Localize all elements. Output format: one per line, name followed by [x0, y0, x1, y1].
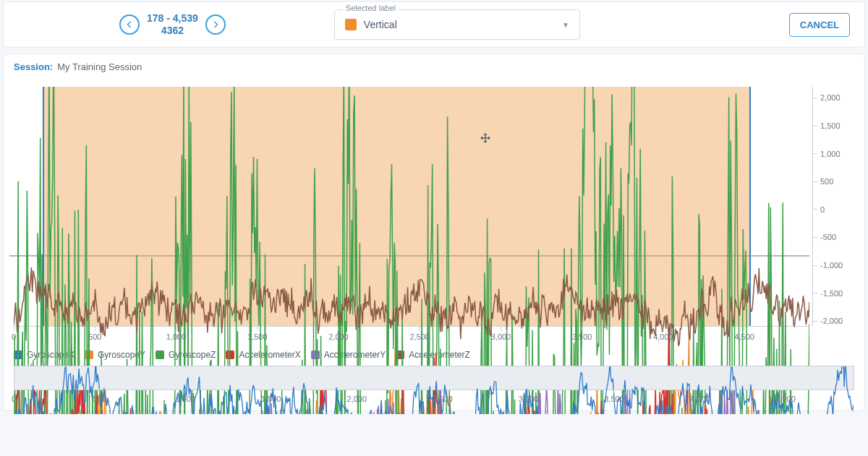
overview-x-tick: 1,500 [261, 389, 281, 403]
y-tick: 500 [813, 177, 854, 186]
range-text: 178 - 4,539 [147, 12, 198, 25]
x-tick: 1,500 [247, 327, 268, 341]
y-axis: -2,000-1,500-1,000-50005001,0001,5002,00… [812, 87, 854, 327]
toolbar: 178 - 4,539 4362 Selected label Vertical… [3, 1, 865, 48]
x-tick: 4,000 [653, 327, 673, 341]
x-tick: 4,500 [734, 327, 754, 341]
selected-label-swatch [345, 19, 357, 30]
selected-label-value: Vertical [364, 19, 555, 30]
prev-range-button[interactable] [119, 14, 140, 35]
overview-x-tick: 3,500 [604, 389, 624, 403]
overview-x-tick: 0 [12, 389, 16, 403]
overview-x-tick: 4,500 [775, 389, 796, 403]
x-tick: 0 [12, 327, 16, 341]
y-tick: -1,500 [813, 289, 854, 298]
y-tick: 1,000 [813, 150, 854, 158]
main-plot-area[interactable] [14, 87, 809, 327]
session-prefix: Session: [14, 61, 53, 72]
y-tick: 0 [813, 205, 854, 214]
chart-panel: -2,000-1,500-1,000-50005001,0001,5002,00… [3, 79, 865, 411]
range-length: 4362 [147, 25, 198, 38]
session-name: My Training Session [57, 61, 142, 72]
selected-label-caption: Selected label [343, 4, 399, 12]
next-range-button[interactable] [205, 14, 226, 35]
overview-x-tick: 4,000 [690, 389, 710, 403]
overview-plot-area[interactable] [14, 366, 854, 390]
overview-x-tick: 2,000 [347, 389, 367, 403]
x-tick: 2,000 [328, 327, 349, 341]
overview-x-axis: 05001,0001,5002,0002,5003,0003,5004,0004… [14, 390, 854, 403]
cancel-button[interactable]: CANCEL [789, 13, 850, 37]
x-tick: 1,000 [166, 327, 187, 341]
x-axis: 05001,0001,5002,0002,5003,0003,5004,0004… [14, 327, 809, 341]
x-tick: 3,500 [572, 327, 592, 341]
overview-chart[interactable]: 05001,0001,5002,0002,5003,0003,5004,0004… [14, 366, 854, 403]
x-tick: 500 [88, 327, 101, 341]
overview-x-tick: 2,500 [433, 389, 453, 403]
overview-x-tick: 500 [93, 389, 106, 403]
y-tick: -1,000 [813, 261, 854, 270]
range-navigator: 178 - 4,539 4362 [119, 12, 226, 38]
y-tick: -2,000 [813, 317, 854, 325]
selected-label-field[interactable]: Selected label Vertical ▼ [334, 9, 580, 40]
move-cursor-icon [480, 132, 491, 144]
y-tick: 1,500 [813, 121, 854, 130]
y-tick: -500 [813, 233, 854, 241]
range-display: 178 - 4,539 4362 [147, 12, 198, 38]
x-tick: 2,500 [409, 327, 430, 341]
chevron-down-icon: ▼ [562, 21, 569, 29]
overview-x-tick: 1,000 [175, 389, 195, 403]
y-tick: 2,000 [813, 93, 854, 102]
x-tick: 3,000 [491, 327, 511, 341]
main-chart[interactable]: -2,000-1,500-1,000-50005001,0001,5002,00… [14, 87, 854, 341]
overview-x-tick: 3,000 [519, 389, 539, 403]
session-header: Session: My Training Session [3, 53, 865, 79]
